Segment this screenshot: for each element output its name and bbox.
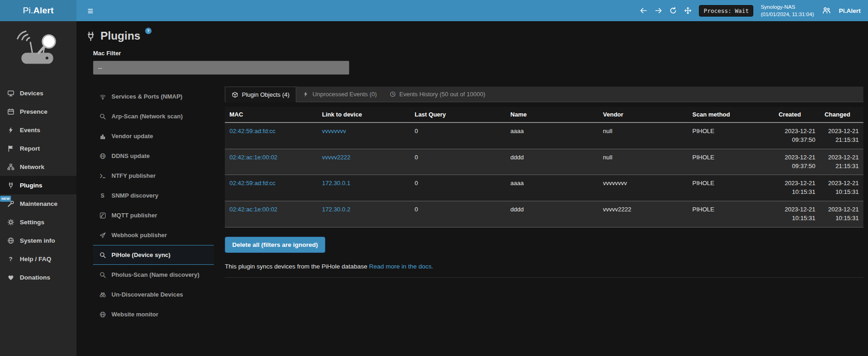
hamburger-menu-icon[interactable]: ≡ <box>84 4 97 18</box>
search-icon <box>99 252 106 258</box>
globe-icon <box>6 237 15 244</box>
plugin-item-snmp-discovery[interactable]: S SNMP discovery <box>93 186 214 205</box>
globe-icon <box>99 153 106 159</box>
plugin-description: This plugin syncs devices from the PiHol… <box>225 263 863 278</box>
plugin-item-pholus-scan[interactable]: Pholus-Scan (Name discovery) <box>93 265 214 285</box>
sidebar-item-label: Maintenance <box>20 200 58 207</box>
brand-logo[interactable]: Pi.Alert <box>0 0 76 21</box>
plugin-item-label: Arp-Scan (Network scan) <box>111 113 183 120</box>
plugin-item-vendor-update[interactable]: Vendor update <box>93 126 214 146</box>
tab-events-history[interactable]: Events History (50 out of 10000) <box>383 87 492 102</box>
sidebar-item-label: Presence <box>20 108 47 115</box>
topbar-user-label[interactable]: Pi.Alert <box>839 7 861 14</box>
docs-link[interactable]: Read more in the docs. <box>369 263 434 270</box>
plugin-item-webhook-publisher[interactable]: Webhook publisher <box>93 225 214 245</box>
plugin-item-undiscoverable-devices[interactable]: Un-Discoverable Devices <box>93 285 214 304</box>
plugin-item-mqtt-publisher[interactable]: MQTT publisher <box>93 205 214 225</box>
sidebar-item-help-faq[interactable]: ? Help / FAQ <box>0 250 76 268</box>
sidebar-item-presence[interactable]: Presence <box>0 102 76 121</box>
plugin-item-arp-scan[interactable]: Arp-Scan (Network scan) <box>93 106 214 126</box>
sidebar-item-report[interactable]: Report <box>0 139 76 158</box>
cell-link-to-device: 172.30.0.2 <box>317 201 410 228</box>
sitemap-icon <box>6 163 15 170</box>
plugin-item-label: Vendor update <box>111 133 153 140</box>
refresh-icon[interactable] <box>669 7 677 14</box>
plugin-item-label: PiHole (Device sync) <box>111 251 170 258</box>
help-badge[interactable]: ? <box>145 28 152 34</box>
mac-filter-label: Mac Filter <box>93 50 864 57</box>
table-header-row: MAC Link to device Last Query Name Vendo… <box>225 107 863 123</box>
cell-vendor: null <box>598 123 688 149</box>
sidebar-item-maintenance[interactable]: NEW Maintenance <box>0 194 76 213</box>
sidebar-item-system-info[interactable]: System info <box>0 231 76 250</box>
table-row: 02:42:ac:1e:00:02 172.30.0.2 0 dddd vvvv… <box>225 201 863 228</box>
tab-unprocessed-events[interactable]: Unprocessed Events (0) <box>296 87 383 102</box>
wifi-signal-icon <box>99 93 106 100</box>
plugin-item-label: Services & Ports (NMAP) <box>111 93 182 100</box>
device-link[interactable]: 172.30.0.1 <box>322 180 350 187</box>
device-link[interactable]: 172.30.0.2 <box>322 206 350 213</box>
sidebar-item-devices[interactable]: Devices <box>0 84 76 102</box>
cell-created: 2023-12-21 10:15:31 <box>774 175 820 201</box>
sidebar-item-network[interactable]: Network <box>0 158 76 176</box>
search-icon <box>99 272 106 278</box>
cell-vendor: null <box>598 149 688 175</box>
plugin-item-label: Webhook publisher <box>111 232 167 239</box>
mac-link[interactable]: 02:42:59:ad:fd:cc <box>229 128 276 134</box>
heart-icon <box>6 274 15 281</box>
plugin-item-label: Website monitor <box>111 311 158 318</box>
mac-link[interactable]: 02:42:ac:1e:00:02 <box>229 154 277 161</box>
sidebar-item-label: Network <box>20 163 44 170</box>
sidebar-item-label: System info <box>20 237 55 244</box>
mac-link[interactable]: 02:42:ac:1e:00:02 <box>229 206 277 213</box>
plugin-item-website-monitor[interactable]: Website monitor <box>93 304 214 324</box>
delete-all-button[interactable]: Delete all (filters are ignored) <box>225 237 325 253</box>
cell-scan-method: PIHOLE <box>688 175 774 201</box>
mac-link[interactable]: 02:42:59:ad:fd:cc <box>229 180 276 187</box>
nav-back-icon[interactable] <box>640 7 647 14</box>
plugin-item-pihole[interactable]: PiHole (Device sync) <box>93 245 214 265</box>
cell-scan-method: PIHOLE <box>688 149 774 175</box>
tab-plugin-objects[interactable]: Plugin Objects (4) <box>225 87 296 102</box>
sidebar-item-donations[interactable]: Donations <box>0 268 76 286</box>
sidebar-item-settings[interactable]: Settings <box>0 213 76 231</box>
mqtt-icon <box>99 212 106 219</box>
sidebar-item-label: Report <box>20 145 40 152</box>
nav-forward-icon[interactable] <box>655 7 662 14</box>
plugins-content-row: Services & Ports (NMAP) Arp-Scan (Networ… <box>93 87 864 324</box>
topbar-right-cluster: Process: Wait Synology-NAS (01/01/2024, … <box>640 3 861 18</box>
plugin-item-label: Un-Discoverable Devices <box>111 291 183 298</box>
sidebar-nav: Devices Presence Events Report Network P… <box>0 84 76 286</box>
new-badge: NEW <box>0 196 11 202</box>
sidebar-item-label: Settings <box>20 219 44 226</box>
cell-changed: 2023-12-21 10:15:31 <box>820 175 863 201</box>
mac-filter-block: Mac Filter <box>93 50 864 75</box>
question-icon: ? <box>6 256 15 263</box>
cell-last-query: 0 <box>410 149 506 175</box>
sidebar-item-label: Help / FAQ <box>20 256 51 263</box>
plugin-item-label: MQTT publisher <box>111 212 157 219</box>
cell-mac: 02:42:ac:1e:00:02 <box>225 201 317 228</box>
plugin-item-ntfy-publisher[interactable]: NTFY publisher <box>93 166 214 186</box>
device-link[interactable]: vvvvvvvv <box>322 128 346 134</box>
cell-vendor: vvvvv2222 <box>598 201 688 228</box>
column-header-name: Name <box>506 107 598 123</box>
cell-name: aaaa <box>506 123 598 149</box>
sidebar-item-label: Devices <box>20 90 43 97</box>
column-header-changed: Changed <box>820 107 863 123</box>
mac-filter-input[interactable] <box>93 61 349 75</box>
sidebar: Devices Presence Events Report Network P… <box>0 21 76 356</box>
sidebar-item-plugins[interactable]: Plugins <box>0 176 76 194</box>
move-icon[interactable] <box>684 7 692 14</box>
tab-bar: Plugin Objects (4) Unprocessed Events (0… <box>225 87 863 102</box>
tab-label: Unprocessed Events (0) <box>312 91 376 98</box>
device-link[interactable]: vvvvv2222 <box>322 154 350 161</box>
cell-changed: 2023-12-21 10:15:31 <box>820 201 863 228</box>
pialert-logo-art <box>0 21 76 84</box>
cell-created: 2023-12-21 10:15:31 <box>774 201 820 228</box>
calendar-icon <box>6 108 15 115</box>
table-row: 02:42:59:ad:fd:cc 172.30.0.1 0 aaaa vvvv… <box>225 175 863 201</box>
plugin-item-ddns-update[interactable]: DDNS update <box>93 146 214 166</box>
sidebar-item-events[interactable]: Events <box>0 121 76 139</box>
plugin-item-services-ports[interactable]: Services & Ports (NMAP) <box>93 87 214 106</box>
